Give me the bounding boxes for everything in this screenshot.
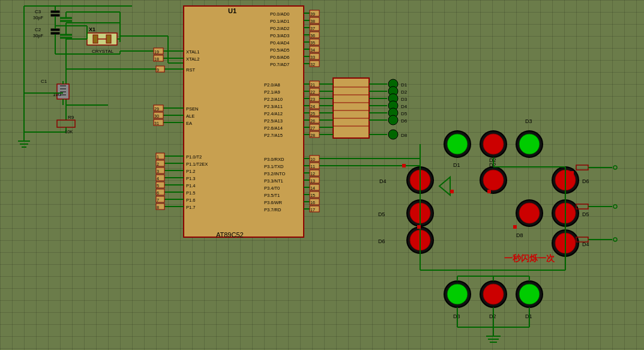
svg-text:7: 7 [157,198,159,202]
svg-rect-324 [576,165,588,170]
svg-text:P0.2/AD2: P0.2/AD2 [270,26,289,31]
svg-text:26: 26 [310,119,315,123]
svg-point-257 [388,115,398,125]
svg-text:ALE: ALE [186,113,194,119]
svg-text:5: 5 [157,184,159,188]
svg-point-332 [613,238,617,241]
svg-text:37: 37 [310,26,315,31]
svg-text:D3: D3 [525,118,532,124]
svg-rect-336 [417,225,421,229]
svg-text:P1.7: P1.7 [186,205,195,210]
svg-rect-335 [487,190,491,193]
svg-text:4: 4 [157,177,159,181]
svg-text:XTAL1: XTAL1 [186,49,199,55]
svg-text:34: 34 [310,48,315,52]
svg-text:P0.4/AD4: P0.4/AD4 [270,40,289,46]
svg-text:10K: 10K [65,129,73,134]
svg-point-276 [483,170,504,190]
svg-point-259 [388,130,398,139]
svg-text:D1: D1 [401,82,408,88]
svg-text:U1: U1 [228,7,236,14]
svg-text:CRYSTAL: CRYSTAL [92,49,114,54]
svg-text:P2.1/A9: P2.1/A9 [264,89,280,95]
svg-text:31: 31 [154,121,159,125]
svg-rect-194 [51,32,59,34]
svg-text:P2.4/A12: P2.4/A12 [264,111,283,116]
svg-marker-273 [439,177,450,195]
svg-text:38: 38 [310,19,315,23]
svg-text:6: 6 [157,191,159,195]
svg-text:27: 27 [310,126,315,130]
svg-text:D3: D3 [453,313,460,319]
svg-point-307 [483,284,504,304]
svg-text:32: 32 [310,62,315,67]
svg-text:P3.3/NT1: P3.3/NT1 [264,178,283,184]
svg-text:P0.7/AD7: P0.7/AD7 [270,62,289,67]
svg-text:30: 30 [154,114,159,118]
svg-text:P3.5/T1: P3.5/T1 [264,193,280,198]
svg-text:D1: D1 [453,162,460,168]
svg-text:P1.0/T2: P1.0/T2 [186,154,202,160]
svg-point-310 [519,284,540,304]
svg-rect-339 [570,210,574,214]
svg-text:28: 28 [310,133,315,137]
svg-text:P3.7/RD: P3.7/RD [264,207,281,213]
svg-text:D2: D2 [489,313,496,319]
svg-text:24: 24 [310,104,315,109]
svg-text:PSEN: PSEN [186,106,198,112]
svg-text:P1.4: P1.4 [186,183,195,189]
svg-point-328 [613,166,617,169]
svg-text:XTAL2: XTAL2 [186,56,199,62]
svg-text:17: 17 [310,208,315,212]
svg-text:P2.2/A10: P2.2/A10 [264,97,283,102]
svg-text:P1.3: P1.3 [186,176,195,181]
svg-text:R9: R9 [68,115,74,120]
svg-text:D8: D8 [401,133,408,138]
svg-text:D6: D6 [582,178,589,184]
svg-text:33: 33 [310,55,315,59]
svg-rect-185 [93,35,98,43]
svg-text:P3.1/TXD: P3.1/TXD [264,164,284,169]
svg-text:P3.2/INTO: P3.2/INTO [264,171,285,177]
svg-rect-193 [51,29,59,31]
svg-point-304 [447,284,468,304]
svg-text:D5: D5 [378,211,385,217]
svg-text:2: 2 [157,162,159,166]
svg-text:36: 36 [310,34,315,38]
svg-text:P0.1/AD1: P0.1/AD1 [270,19,289,24]
svg-text:13: 13 [310,179,315,183]
svg-text:P2.3/A11: P2.3/A11 [264,104,283,109]
svg-text:D1: D1 [525,313,532,319]
svg-text:EA: EA [186,121,192,126]
svg-text:30pF: 30pF [33,15,44,20]
svg-point-265 [483,134,504,154]
svg-text:21: 21 [310,83,315,87]
svg-text:C1: C1 [41,79,47,84]
svg-text:P1.6: P1.6 [186,198,195,203]
svg-text:D5: D5 [582,211,589,217]
schematic-canvas: AT89C52 U1 1 2 3 4 5 6 7 8 P1.0/T2 P1.1/… [0,0,644,350]
svg-rect-27 [57,120,75,127]
svg-text:9: 9 [157,68,159,72]
svg-text:P0.0/AD0: P0.0/AD0 [270,11,289,17]
svg-rect-334 [450,190,454,193]
svg-text:P3.4/T0: P3.4/T0 [264,186,280,191]
svg-text:P0.5/AD5: P0.5/AD5 [270,47,289,53]
svg-text:D4: D4 [379,178,387,184]
svg-text:C3: C3 [35,9,41,14]
svg-rect-207 [51,14,59,16]
annotation-text: 一秒闪烁一次 [504,253,555,263]
svg-text:P1.5: P1.5 [186,190,195,196]
svg-text:D2: D2 [401,89,408,95]
svg-text:P0.3/AD3: P0.3/AD3 [270,33,289,38]
svg-text:P2.6/A14: P2.6/A14 [264,125,283,131]
svg-point-330 [613,205,617,208]
svg-point-262 [447,134,468,154]
svg-text:16: 16 [310,201,315,205]
svg-text:15: 15 [310,193,315,198]
svg-text:P1.2: P1.2 [186,169,195,174]
svg-text:P1.1/T2EX: P1.1/T2EX [186,161,208,167]
svg-text:X1: X1 [89,26,95,32]
svg-text:D4: D4 [401,104,408,109]
svg-text:3: 3 [157,169,159,173]
